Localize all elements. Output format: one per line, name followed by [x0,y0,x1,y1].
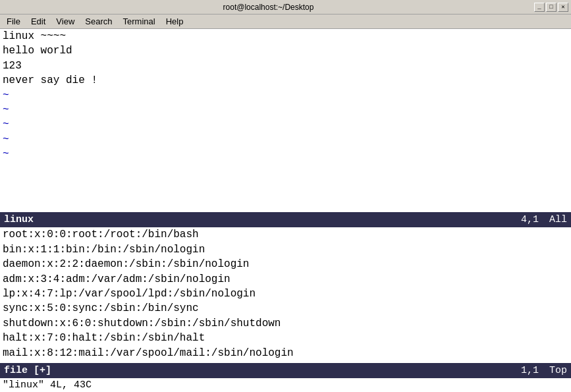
vim-text-line: 123 [3,60,568,74]
close-button[interactable]: ✕ [558,3,568,12]
file-content-line: bin:x:1:1:bin:/bin:/sbin/nologin [3,244,568,258]
terminal-container: linux ~~~~hello world123never say die !~… [0,29,571,392]
window-title: root@localhost:~/Desktop [3,3,534,12]
menu-search[interactable]: Search [80,15,117,28]
vim-text-line: linux ~~~~ [3,30,568,45]
menu-view[interactable]: View [51,15,80,28]
file-content-line: halt:x:7:0:halt:/sbin:/sbin/halt [3,332,568,347]
upper-status-filename: linux [4,214,521,225]
menu-terminal[interactable]: Terminal [118,15,161,28]
file-content-line: root:x:0:0:root:/root:/bin/bash [3,229,568,243]
lower-pane[interactable]: root:x:0:0:root:/root:/bin/bashbin:x:1:1… [0,227,571,363]
upper-status-bar: linux 4,1 All [0,212,571,227]
file-content-line: mail:x:8:12:mail:/var/spool/mail:/sbin/n… [3,347,568,362]
upper-pane[interactable]: linux ~~~~hello world123never say die !~… [0,29,571,212]
window-controls: _ □ ✕ [534,3,568,12]
file-content-line: adm:x:3:4:adm:/var/adm:/sbin/nologin [3,273,568,288]
vim-text-line: hello world [3,45,568,59]
title-bar: root@localhost:~/Desktop _ □ ✕ [0,0,571,14]
file-content-line: lp:x:4:7:lp:/var/spool/lpd:/sbin/nologin [3,288,568,302]
menu-file[interactable]: File [1,15,26,28]
vim-text-line: never say die ! [3,74,568,89]
vim-text-line: ~ [3,90,568,104]
lower-status-scroll: Top [549,365,567,376]
upper-status-scroll: All [549,214,567,225]
file-content-line: sync:x:5:0:sync:/sbin:/bin/sync [3,302,568,317]
vim-text-line: ~ [3,119,568,133]
vim-text-line: ~ [3,104,568,119]
maximize-button[interactable]: □ [546,3,557,12]
menu-edit[interactable]: Edit [26,15,51,28]
menu-bar: File Edit View Search Terminal Help [0,14,571,29]
menu-help[interactable]: Help [161,15,189,28]
minimize-button[interactable]: _ [534,3,545,12]
vim-text-line: ~ [3,148,568,163]
vim-text-line: ~ [3,134,568,148]
file-content-line: daemon:x:2:2:daemon:/sbin:/sbin/nologin [3,258,568,273]
lower-status-filename: file [+] [4,365,521,376]
upper-status-position: 4,1 [521,214,539,225]
lower-status-position: 1,1 [521,365,539,376]
message-bar: "linux" 4L, 43C [0,378,571,392]
file-content-line: shutdown:x:6:0:shutdown:/sbin:/sbin/shut… [3,318,568,332]
lower-status-bar: file [+] 1,1 Top [0,363,571,378]
